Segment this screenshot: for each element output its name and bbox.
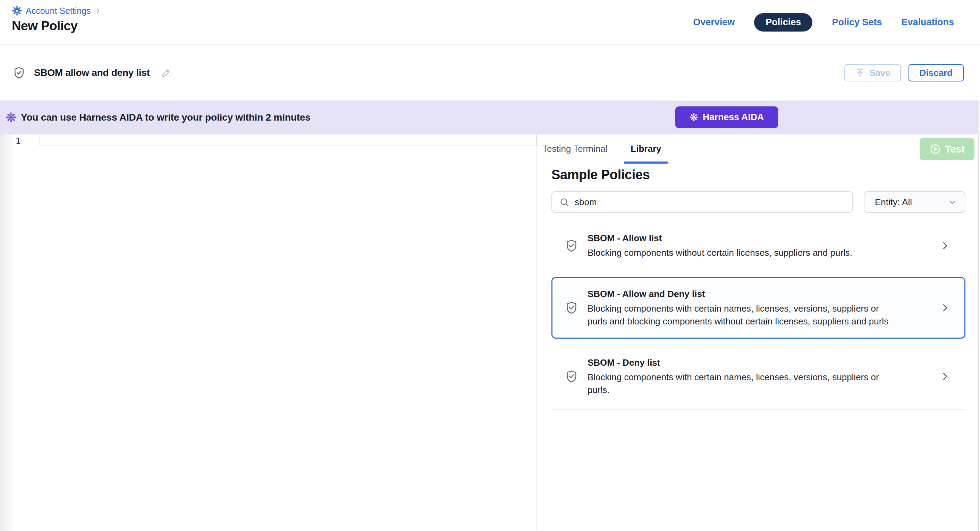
sparkle-icon: ❋ — [6, 111, 16, 124]
panel-tabs: Testing Terminal Library — [537, 135, 978, 163]
top-nav: Overview Policies Policy Sets Evaluation… — [693, 0, 954, 45]
chevron-right-icon — [940, 241, 950, 251]
editor-active-line — [40, 135, 536, 146]
gear-icon[interactable] — [12, 6, 22, 16]
aida-banner: ❋ You can use Harness AIDA to write your… — [0, 100, 978, 135]
nav-tab-policy-sets[interactable]: Policy Sets — [832, 17, 882, 28]
panel-body: Sample Policies Entity: All — [537, 167, 978, 410]
toolbar-buttons: Save Discard — [844, 45, 964, 100]
nav-tab-evaluations[interactable]: Evaluations — [901, 17, 954, 28]
policy-card-title: SBOM - Deny list — [587, 356, 900, 369]
search-input[interactable] — [575, 197, 845, 208]
entity-filter-dropdown[interactable]: Entity: All — [864, 191, 966, 213]
main-area: 1 Testing Terminal Library Test Sample P… — [0, 135, 980, 531]
edit-pencil-icon[interactable] — [161, 68, 172, 78]
save-button[interactable]: Save — [844, 64, 901, 81]
search-box — [551, 191, 853, 213]
list-bottom-divider — [551, 409, 966, 410]
library-panel: Testing Terminal Library Test Sample Pol… — [537, 135, 978, 531]
panel-right-border — [978, 135, 979, 531]
shield-check-icon — [565, 300, 579, 315]
page-header: Account Settings New Policy Overview Pol… — [0, 0, 980, 45]
shield-check-icon — [565, 238, 579, 254]
policy-card-sbom-allow-list[interactable]: SBOM - Allow list Blocking components wi… — [551, 227, 966, 264]
shield-check-icon — [565, 369, 579, 384]
discard-button[interactable]: Discard — [908, 64, 964, 81]
chevron-down-icon — [947, 197, 957, 207]
chevron-right-icon — [940, 371, 950, 382]
policy-list: SBOM - Allow list Blocking components wi… — [551, 227, 966, 410]
policy-name-group: SBOM allow and deny list — [13, 45, 172, 100]
policy-card-sbom-allow-and-deny-list[interactable]: SBOM - Allow and Deny list Blocking comp… — [551, 277, 966, 339]
page-title: New Policy — [12, 19, 77, 33]
active-tab-underline — [624, 162, 668, 163]
policy-toolbar: SBOM allow and deny list Save Discard — [0, 45, 980, 100]
aida-banner-message: You can use Harness AIDA to write your p… — [21, 112, 310, 123]
policy-card-title: SBOM - Allow list — [587, 232, 900, 244]
policy-card-description: Blocking components with certain names, … — [587, 302, 900, 328]
nav-tab-overview[interactable]: Overview — [693, 17, 735, 28]
chevron-right-icon — [940, 303, 950, 313]
harness-aida-button[interactable]: ❋ Harness AIDA — [675, 106, 778, 128]
nav-tab-policies[interactable]: Policies — [754, 13, 812, 32]
upload-icon — [855, 68, 865, 78]
filters-row: Entity: All — [551, 191, 966, 213]
policy-card-description: Blocking components without certain lice… — [587, 246, 900, 259]
search-icon — [559, 197, 570, 207]
policy-name: SBOM allow and deny list — [34, 67, 150, 78]
play-icon — [929, 143, 941, 155]
shield-check-icon — [13, 66, 26, 79]
tab-library[interactable]: Library — [624, 144, 668, 163]
aida-banner-message-group: ❋ You can use Harness AIDA to write your… — [6, 100, 310, 135]
policy-card-sbom-deny-list[interactable]: SBOM - Deny list Blocking components wit… — [551, 352, 966, 401]
tab-testing-terminal[interactable]: Testing Terminal — [542, 144, 607, 154]
sparkle-icon: ❋ — [690, 112, 698, 123]
policy-card-title: SBOM - Allow and Deny list — [587, 288, 900, 300]
breadcrumb-chevron-icon — [94, 7, 101, 14]
sample-policies-title: Sample Policies — [551, 167, 966, 182]
breadcrumb: Account Settings — [12, 6, 101, 16]
policy-card-description: Blocking components with certain names, … — [587, 371, 900, 396]
test-button[interactable]: Test — [920, 138, 974, 160]
code-editor[interactable]: 1 — [0, 135, 536, 531]
editor-left-shadow — [0, 135, 14, 531]
breadcrumb-account-settings-link[interactable]: Account Settings — [26, 6, 91, 16]
